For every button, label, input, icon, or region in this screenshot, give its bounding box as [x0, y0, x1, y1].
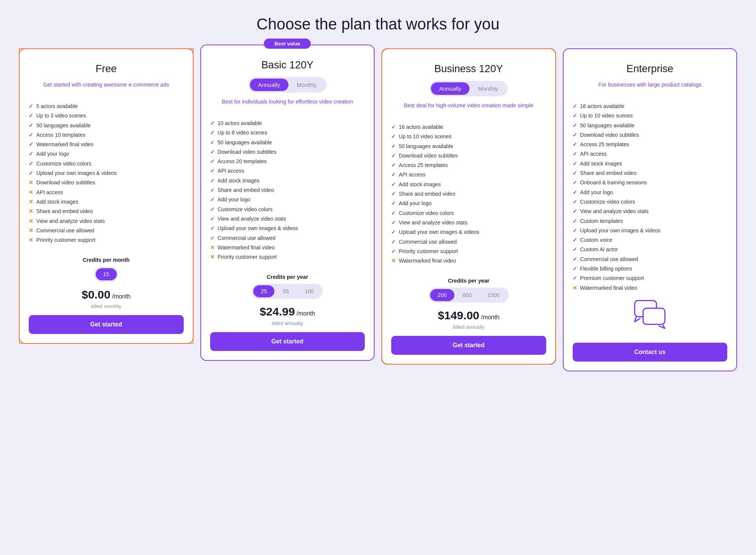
x-icon: ✕: [391, 257, 396, 264]
toggle-annually-business[interactable]: Annually: [431, 82, 469, 95]
features-list-basic: ✓10 actors available✓Up to 8 video scene…: [210, 120, 365, 260]
credit-option-business-2[interactable]: 1500: [480, 289, 507, 301]
feature-item: ✓Access 25 templates: [573, 141, 728, 148]
feature-item: ✓Custom templates: [573, 218, 728, 224]
cta-button-enterprise[interactable]: Contact us: [573, 343, 728, 362]
check-icon: ✓: [210, 129, 215, 136]
feature-item: ✕Watermarked final video: [391, 257, 546, 264]
check-icon: ✓: [210, 120, 215, 127]
feature-item: ✓Flexible billing options: [573, 265, 728, 272]
credit-option-basic-0[interactable]: 25: [253, 285, 274, 297]
price-billing-basic: billed annually: [210, 320, 365, 326]
feature-item: ✓Priority customer support: [391, 248, 546, 255]
check-icon: ✓: [210, 158, 215, 165]
check-icon: ✓: [391, 143, 396, 150]
x-icon: ✕: [210, 254, 215, 260]
toggle-monthly-basic[interactable]: Monthly: [288, 79, 325, 91]
feature-item: ✓Custom AI actor: [573, 246, 728, 253]
price-amount-basic: $24.99: [260, 305, 295, 318]
feature-item: ✓Access 10 templates: [29, 131, 184, 138]
feature-item: ✓Upload your own images & videos: [573, 227, 728, 234]
credits-section-business: Credits per year2006001500 $149.00 /mont…: [391, 272, 546, 355]
price-billing-business: billed annually: [391, 324, 546, 330]
check-icon: ✓: [391, 162, 396, 169]
check-icon: ✓: [573, 170, 577, 176]
credits-selector-business[interactable]: 2006001500: [429, 288, 509, 303]
feature-item: ✓Commercial use allowed: [391, 238, 546, 245]
check-icon: ✓: [391, 152, 396, 159]
price-billing-free: billed monthly: [29, 303, 184, 309]
credits-label-free: Credits per month: [29, 257, 184, 263]
price-amount-business: $149.00: [438, 309, 479, 322]
check-icon: ✓: [391, 171, 396, 178]
x-icon: ✕: [29, 218, 33, 224]
cta-button-free[interactable]: Get started: [29, 315, 184, 334]
features-list-enterprise: ✓16 actors available✓Up to 10 video scen…: [573, 103, 728, 291]
check-icon: ✓: [391, 219, 396, 226]
chat-icon-container: [573, 299, 728, 331]
check-icon: ✓: [29, 170, 33, 176]
feature-item: ✓Commercial use allowed: [573, 256, 728, 263]
features-list-business: ✓16 actors available✓Up to 10 video scen…: [391, 124, 546, 264]
check-icon: ✓: [573, 227, 577, 234]
feature-item: ✓Add stock images: [573, 160, 728, 167]
feature-item: ✓Access 20 templates: [210, 158, 365, 165]
credits-selector-free[interactable]: 15: [94, 267, 118, 282]
check-icon: ✓: [391, 124, 396, 130]
billing-toggle-business[interactable]: Annually Monthly: [429, 81, 508, 96]
check-icon: ✓: [391, 238, 396, 245]
feature-item: ✓Share and embed video: [391, 190, 546, 197]
check-icon: ✓: [29, 150, 33, 157]
toggle-annually-basic[interactable]: Annually: [250, 79, 288, 91]
feature-item: ✓Add stock images: [210, 177, 365, 184]
credits-selector-basic[interactable]: 2555100: [252, 284, 323, 299]
feature-item: ✓Upload your own images & videos: [391, 229, 546, 235]
cta-button-business[interactable]: Get started: [391, 336, 546, 355]
check-icon: ✓: [573, 189, 577, 196]
feature-item: ✓Up to 10 video scenes: [573, 112, 728, 119]
toggle-monthly-business[interactable]: Monthly: [469, 82, 506, 95]
feature-item: ✕Download video subtitles: [29, 179, 184, 186]
credits-section-free: Credits per month15 $0.00 /month billed …: [29, 251, 184, 334]
check-icon: ✓: [573, 237, 577, 243]
plan-name-free: Free: [29, 63, 184, 75]
check-icon: ✓: [210, 206, 215, 213]
feature-item: ✓16 actors available: [573, 103, 728, 110]
check-icon: ✓: [573, 265, 577, 272]
feature-item: ✓View and analyze video stats: [391, 219, 546, 226]
credits-section-enterprise: Contact us: [573, 337, 728, 362]
billing-toggle-basic[interactable]: Annually Monthly: [248, 77, 327, 93]
check-icon: ✓: [210, 177, 215, 184]
price-period-business: /month: [481, 314, 499, 320]
check-icon: ✓: [29, 112, 33, 119]
credit-option-basic-1[interactable]: 55: [275, 285, 296, 297]
feature-item: ✓View and analyze video stats: [573, 208, 728, 215]
feature-item: ✓Onboard & training sessions: [573, 179, 728, 186]
check-icon: ✓: [210, 187, 215, 193]
x-icon: ✕: [29, 208, 33, 215]
price-period-free: /month: [112, 293, 131, 300]
feature-item: ✓Customize video colors: [573, 198, 728, 205]
cta-button-basic[interactable]: Get started: [210, 332, 365, 351]
credit-option-business-1[interactable]: 600: [455, 289, 479, 301]
credit-option-basic-2[interactable]: 100: [297, 285, 321, 297]
credit-option-free-0[interactable]: 15: [96, 268, 117, 280]
feature-item: ✓Download video subtitles: [573, 131, 728, 138]
check-icon: ✓: [573, 198, 577, 205]
check-icon: ✓: [29, 141, 33, 148]
feature-item: ✓5 actors available: [29, 103, 184, 110]
feature-item: ✓Premium customer support: [573, 275, 728, 281]
check-icon: ✓: [210, 167, 215, 174]
x-icon: ✕: [210, 244, 215, 251]
price-display-free: $0.00 /month: [29, 288, 184, 301]
x-icon: ✕: [29, 227, 33, 234]
feature-item: ✓View and analyze video stats: [210, 215, 365, 222]
plan-name-business: Business 120Y: [391, 63, 546, 75]
feature-item: ✕Priority customer support: [29, 237, 184, 243]
feature-item: ✓50 languages available: [573, 122, 728, 129]
check-icon: ✓: [573, 256, 577, 263]
check-icon: ✓: [573, 141, 577, 148]
check-icon: ✓: [391, 210, 396, 216]
feature-item: ✓API access: [573, 150, 728, 157]
credit-option-business-0[interactable]: 200: [430, 289, 454, 301]
